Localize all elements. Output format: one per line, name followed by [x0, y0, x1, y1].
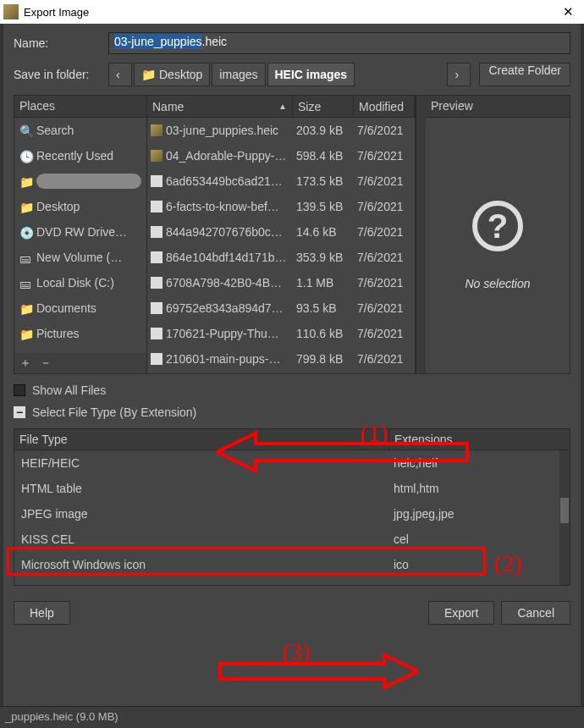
filetype-row[interactable]: Microsoft Windows iconico: [14, 552, 570, 577]
col-name[interactable]: Name▲: [147, 96, 293, 117]
crumb-forward[interactable]: ›: [447, 63, 471, 86]
crumb-images[interactable]: images: [212, 63, 265, 86]
files-panel: Name▲ Size Modified 03-june_puppies.heic…: [146, 96, 416, 373]
drive-icon: 🖴: [19, 277, 31, 289]
places-item[interactable]: 📁Pictures: [14, 321, 146, 346]
file-scrollbar[interactable]: [416, 96, 426, 373]
file-icon: [151, 302, 163, 314]
file-row[interactable]: 864e104bdf14d171b…353.9 kB7/6/2021: [147, 245, 415, 270]
files-header: Name▲ Size Modified: [147, 96, 415, 118]
col-file-type[interactable]: File Type: [14, 429, 388, 449]
file-row[interactable]: 6ad653449bc6ad21…173.5 kB7/6/2021: [147, 168, 415, 194]
disc-icon: 💿: [19, 226, 31, 238]
file-list: 03-june_puppies.heic203.9 kB7/6/202104_A…: [147, 118, 415, 373]
file-row[interactable]: 6-facts-to-know-bef…139.5 kB7/6/2021: [147, 194, 415, 219]
sort-asc-icon: ▲: [278, 102, 287, 111]
filetype-ext: heic,heif: [388, 456, 570, 470]
file-row[interactable]: 69752e8343a894d7…93.5 kB7/6/2021: [147, 295, 415, 321]
file-name: 864e104bdf14d171b…: [166, 251, 293, 264]
places-label: Pictures: [36, 327, 80, 340]
places-label: Documents: [36, 301, 96, 315]
file-row[interactable]: 210601-main-pups-…799.8 kB7/6/2021: [147, 346, 415, 372]
filename-input[interactable]: 03-june_puppies.heic: [108, 32, 570, 54]
file-modified: 7/6/2021: [354, 174, 415, 188]
file-icon: [151, 226, 163, 238]
file-icon: [151, 277, 163, 289]
file-row[interactable]: 6708A798-42B0-4B…1.1 MB7/6/2021: [147, 270, 415, 295]
create-folder-button[interactable]: Create Folder: [479, 63, 570, 86]
select-file-type-expander[interactable]: − Select File Type (By Extension): [14, 401, 570, 423]
file-size: 1.1 MB: [293, 276, 354, 290]
file-size: 14.6 kB: [293, 225, 354, 239]
places-item[interactable]: 🔍Search: [14, 118, 146, 143]
minus-icon: −: [14, 406, 25, 418]
col-modified[interactable]: Modified: [354, 96, 415, 117]
dialog-body: Name: 03-june_puppies.heic Save in folde…: [3, 24, 581, 706]
export-button[interactable]: Export: [428, 601, 494, 625]
file-row[interactable]: 03-june_puppies.heic203.9 kB7/6/2021: [147, 118, 415, 143]
file-row[interactable]: 844a942707676b0c…14.6 kB7/6/2021: [147, 219, 415, 245]
filetype-row[interactable]: KISS CELcel: [14, 527, 570, 552]
filetype-row[interactable]: HTML tablehtml,htm: [14, 476, 570, 501]
window-title: Export Image: [24, 6, 552, 19]
filetype-scrollbar[interactable]: [559, 450, 570, 585]
places-item[interactable]: 📁Desktop: [14, 194, 146, 219]
places-item[interactable]: 📁Documents: [14, 295, 146, 321]
filetype-ext: mng: [388, 583, 570, 586]
folder-icon: 📁: [19, 175, 31, 187]
places-label: Desktop: [36, 200, 80, 213]
file-size: 598.4 kB: [293, 149, 354, 163]
filetype-row[interactable]: JPEG imagejpg,jpeg,jpe: [14, 501, 570, 527]
file-icon: [151, 175, 163, 187]
filetype-row[interactable]: MNG animationmng: [14, 577, 570, 586]
recent-icon: 🕓: [19, 150, 31, 162]
places-item[interactable]: 🕓Recently Used: [14, 143, 146, 168]
add-place-icon[interactable]: ＋: [19, 356, 31, 371]
file-name: 6ad653449bc6ad21…: [166, 174, 293, 188]
places-panel: Places 🔍Search🕓Recently Used📁📁Desktop💿DV…: [14, 96, 146, 373]
filetype-header: File Type Extensions: [14, 428, 570, 450]
crumb-heic-images[interactable]: HEIC images: [267, 63, 355, 86]
file-modified: 7/6/2021: [354, 352, 415, 366]
file-icon: [151, 251, 163, 263]
file-size: 799.8 kB: [293, 352, 354, 366]
filename-ext: .heic: [202, 35, 228, 48]
places-item[interactable]: 💿DVD RW Drive…: [14, 219, 146, 245]
file-row[interactable]: 235430-2000x1332-…124.1 kB7/6/2021: [147, 372, 415, 373]
file-browser: Places 🔍Search🕓Recently Used📁📁Desktop💿DV…: [14, 95, 570, 374]
places-item[interactable]: 📁: [14, 168, 146, 194]
places-item[interactable]: 🖴Local Disk (C:): [14, 270, 146, 295]
file-size: 173.5 kB: [293, 174, 354, 188]
folder-icon: 📁: [19, 302, 31, 314]
help-button[interactable]: Help: [14, 601, 70, 625]
file-modified: 7/6/2021: [354, 327, 415, 340]
file-icon: [151, 328, 163, 339]
filetype-name: MNG animation: [14, 583, 388, 586]
places-header: Places: [14, 96, 146, 118]
file-row[interactable]: 170621-Puppy-Thu…110.6 kB7/6/2021: [147, 321, 415, 346]
col-extensions[interactable]: Extensions: [388, 429, 570, 449]
preview-header: Preview: [426, 96, 570, 118]
file-size: 110.6 kB: [293, 327, 354, 340]
places-item[interactable]: 🖴New Volume (…: [14, 245, 146, 270]
name-label: Name:: [14, 36, 108, 50]
file-modified: 7/6/2021: [354, 251, 415, 264]
file-name: 844a942707676b0c…: [166, 225, 293, 239]
show-all-files-checkbox[interactable]: Show All Files: [14, 379, 570, 401]
remove-place-icon[interactable]: －: [40, 356, 52, 371]
file-size: 203.9 kB: [293, 124, 354, 137]
file-size: 93.5 kB: [293, 301, 354, 315]
checkbox-icon: [14, 384, 25, 396]
col-size[interactable]: Size: [293, 96, 354, 117]
file-icon: [151, 124, 163, 136]
search-icon: 🔍: [19, 124, 31, 136]
cancel-button[interactable]: Cancel: [501, 601, 570, 625]
file-row[interactable]: 04_Adorable-Puppy-…598.4 kB7/6/2021: [147, 143, 415, 168]
no-selection-label: No selection: [465, 277, 530, 290]
crumb-desktop[interactable]: 📁 Desktop: [134, 63, 210, 86]
places-label: Search: [36, 124, 74, 137]
filetype-row[interactable]: HEIF/HEICheic,heif: [14, 450, 570, 476]
close-icon[interactable]: ✕: [552, 0, 584, 24]
preview-panel: Preview ? No selection: [426, 96, 570, 373]
crumb-back[interactable]: ‹: [108, 63, 132, 86]
